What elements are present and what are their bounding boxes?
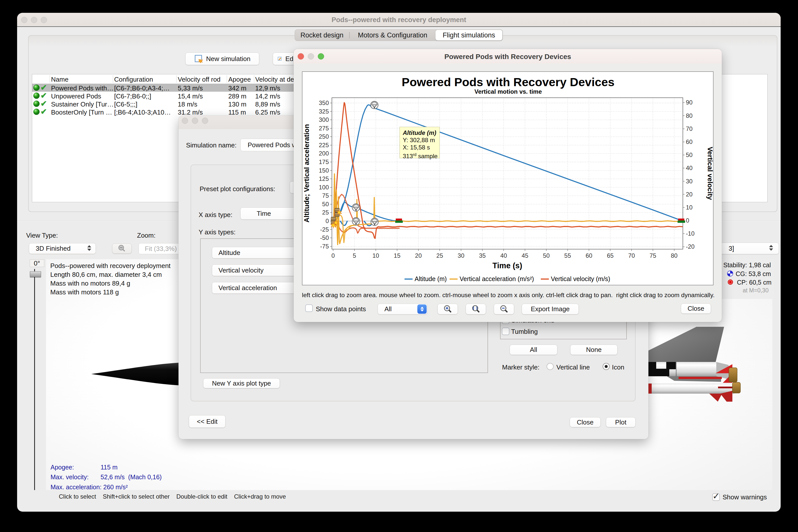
svg-text:80: 80 (671, 252, 677, 259)
svg-text:225: 225 (319, 142, 329, 149)
svg-text:300: 300 (319, 116, 329, 123)
svg-text:80: 80 (686, 112, 693, 119)
svg-text:Vertical velocity: Vertical velocity (706, 147, 713, 200)
svg-text:90: 90 (686, 99, 693, 106)
svg-text:45: 45 (522, 252, 528, 259)
svg-text:75: 75 (322, 192, 329, 199)
svg-text:Vertical motion vs. time: Vertical motion vs. time (474, 88, 542, 95)
svg-text:20: 20 (686, 191, 693, 198)
svg-text:150: 150 (319, 167, 329, 174)
svg-text:-25: -25 (320, 226, 329, 233)
svg-text:200: 200 (319, 150, 329, 157)
svg-text:-50: -50 (320, 234, 329, 241)
svg-text:0: 0 (686, 217, 689, 224)
svg-text:50: 50 (543, 252, 550, 259)
svg-text:5: 5 (353, 252, 356, 259)
svg-text:125: 125 (319, 175, 329, 182)
svg-text:50: 50 (686, 151, 693, 158)
svg-text:-20: -20 (686, 243, 695, 250)
svg-text:70: 70 (628, 252, 635, 259)
svg-text:35: 35 (479, 252, 486, 259)
svg-text:15: 15 (394, 252, 400, 259)
svg-text:-10: -10 (686, 230, 695, 237)
svg-text:60: 60 (686, 138, 693, 145)
svg-text:0: 0 (331, 252, 334, 259)
svg-text:Altitude; Vertical acceleratio: Altitude; Vertical acceleration (303, 124, 310, 223)
svg-text:55: 55 (564, 252, 571, 259)
svg-text:Vertical velocity (m/s): Vertical velocity (m/s) (551, 275, 610, 282)
svg-text:Vertical acceleration (m/s²): Vertical acceleration (m/s²) (459, 275, 534, 282)
svg-text:40: 40 (686, 165, 693, 171)
svg-text:-75: -75 (320, 243, 329, 250)
svg-text:10: 10 (686, 204, 693, 211)
svg-text:60: 60 (585, 252, 592, 259)
svg-text:Powered Pods with Recovery Dev: Powered Pods with Recovery Devices (402, 75, 615, 89)
svg-text:30: 30 (458, 252, 465, 259)
svg-text:75: 75 (649, 252, 656, 259)
svg-text:275: 275 (319, 125, 329, 132)
svg-text:325: 325 (319, 108, 329, 115)
svg-text:40: 40 (500, 252, 507, 259)
svg-text:350: 350 (319, 99, 329, 106)
svg-text:25: 25 (436, 252, 443, 259)
svg-text:30: 30 (686, 178, 693, 185)
svg-text:10: 10 (373, 252, 379, 259)
svg-text:100: 100 (319, 184, 329, 191)
svg-text:250: 250 (319, 133, 329, 140)
svg-text:50: 50 (322, 201, 329, 208)
svg-text:0: 0 (326, 217, 329, 224)
svg-text:Time (s): Time (s) (492, 261, 522, 270)
svg-text:175: 175 (319, 158, 329, 165)
svg-text:70: 70 (686, 125, 693, 132)
svg-text:25: 25 (322, 209, 329, 216)
svg-text:65: 65 (607, 252, 614, 259)
svg-text:20: 20 (415, 252, 422, 259)
svg-text:Altitude (m): Altitude (m) (415, 275, 447, 282)
